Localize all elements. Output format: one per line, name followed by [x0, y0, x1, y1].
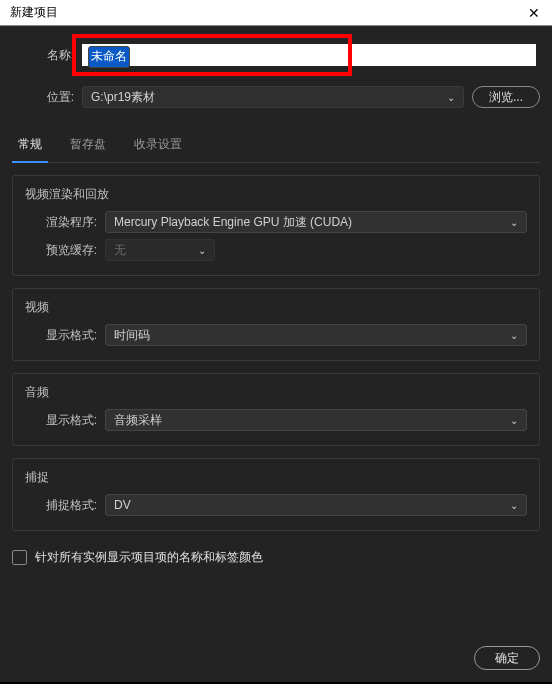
location-value: G:\pr19素材 — [91, 89, 155, 106]
preview-cache-value: 无 — [114, 242, 126, 259]
location-label: 位置: — [12, 89, 82, 106]
preview-cache-select: 无 ⌄ — [105, 239, 215, 261]
window-title: 新建项目 — [10, 4, 58, 21]
group-capture: 捕捉 捕捉格式: DV ⌄ — [12, 458, 540, 531]
renderer-label: 渲染程序: — [25, 214, 105, 231]
capture-format-select[interactable]: DV ⌄ — [105, 494, 527, 516]
group-render-title: 视频渲染和回放 — [25, 186, 527, 203]
chevron-down-icon: ⌄ — [447, 92, 455, 103]
audio-display-select[interactable]: 音频采样 ⌄ — [105, 409, 527, 431]
group-video: 视频 显示格式: 时间码 ⌄ — [12, 288, 540, 361]
renderer-value: Mercury Playback Engine GPU 加速 (CUDA) — [114, 214, 352, 231]
group-audio: 音频 显示格式: 音频采样 ⌄ — [12, 373, 540, 446]
video-display-label: 显示格式: — [25, 327, 105, 344]
location-row: 位置: G:\pr19素材 ⌄ 浏览... — [12, 86, 540, 108]
dialog-body: 名称: 未命名 位置: G:\pr19素材 ⌄ 浏览... 常规 暂存盘 收录设… — [0, 26, 552, 682]
location-select[interactable]: G:\pr19素材 ⌄ — [82, 86, 464, 108]
ok-button[interactable]: 确定 — [474, 646, 540, 670]
name-row: 名称: 未命名 — [12, 44, 540, 66]
video-display-select[interactable]: 时间码 ⌄ — [105, 324, 527, 346]
dialog-footer: 确定 — [12, 636, 540, 670]
preview-cache-label: 预览缓存: — [25, 242, 105, 259]
name-input[interactable]: 未命名 — [82, 44, 536, 66]
name-label: 名称: — [12, 47, 82, 64]
show-names-checkbox[interactable] — [12, 550, 27, 565]
chevron-down-icon: ⌄ — [510, 217, 518, 228]
group-render: 视频渲染和回放 渲染程序: Mercury Playback Engine GP… — [12, 175, 540, 276]
tab-ingest[interactable]: 收录设置 — [128, 132, 188, 162]
chevron-down-icon: ⌄ — [510, 500, 518, 511]
chevron-down-icon: ⌄ — [510, 330, 518, 341]
show-names-label: 针对所有实例显示项目项的名称和标签颜色 — [35, 549, 263, 566]
group-video-title: 视频 — [25, 299, 527, 316]
audio-display-label: 显示格式: — [25, 412, 105, 429]
group-capture-title: 捕捉 — [25, 469, 527, 486]
close-icon[interactable]: ✕ — [522, 3, 546, 23]
chevron-down-icon: ⌄ — [510, 415, 518, 426]
capture-format-value: DV — [114, 498, 131, 512]
browse-button[interactable]: 浏览... — [472, 86, 540, 108]
title-bar: 新建项目 ✕ — [0, 0, 552, 26]
video-display-value: 时间码 — [114, 327, 150, 344]
audio-display-value: 音频采样 — [114, 412, 162, 429]
group-audio-title: 音频 — [25, 384, 527, 401]
chevron-down-icon: ⌄ — [198, 245, 206, 256]
tab-scratch[interactable]: 暂存盘 — [64, 132, 112, 162]
tab-general[interactable]: 常规 — [12, 132, 48, 163]
panel-general: 视频渲染和回放 渲染程序: Mercury Playback Engine GP… — [12, 163, 540, 636]
show-names-row: 针对所有实例显示项目项的名称和标签颜色 — [12, 549, 540, 566]
renderer-select[interactable]: Mercury Playback Engine GPU 加速 (CUDA) ⌄ — [105, 211, 527, 233]
name-input-value: 未命名 — [88, 46, 130, 68]
capture-format-label: 捕捉格式: — [25, 497, 105, 514]
tabs: 常规 暂存盘 收录设置 — [12, 132, 540, 163]
